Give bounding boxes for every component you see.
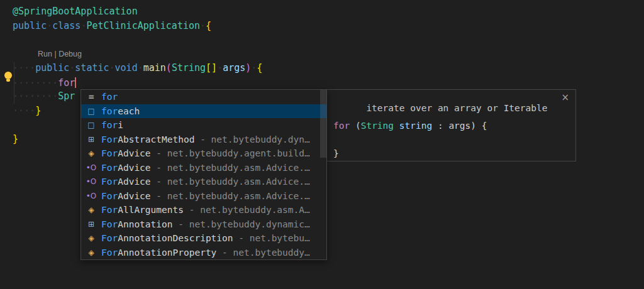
docs-summary: iterate over an array or Iterable [366, 103, 547, 113]
suggest-item[interactable]: ◈ForAnnotationDescription - net.bytebu… [81, 231, 326, 246]
code-token: ) { [470, 121, 487, 131]
code-token: string [399, 121, 432, 131]
suggest-item[interactable]: ⊞ForAnnotation - net.bytebuddy.dynamic… [81, 217, 326, 232]
suggest-detail: - net.bytebuddy… [216, 248, 309, 258]
codelens-debug-link[interactable]: Debug [58, 50, 82, 58]
code-token: · [217, 62, 223, 74]
suggest-item[interactable]: □fori [81, 118, 326, 133]
reference-icon: •O [85, 163, 97, 172]
suggest-label: AllArguments [118, 205, 184, 215]
suggest-label-match: for [101, 92, 118, 102]
code-token: { [257, 62, 262, 74]
snippet-icon: □ [85, 107, 97, 116]
annotation-icon: ◈ [85, 149, 97, 158]
code-token: : [432, 121, 448, 131]
suggest-detail: - net.bytebuddy.asm.Advice.… [151, 177, 310, 187]
suggest-label-match: For [101, 233, 118, 243]
code-token: for [333, 121, 350, 131]
suggest-label-match: For [101, 191, 118, 201]
suggest-label: each [118, 106, 140, 116]
annotation-icon: ◈ [85, 248, 97, 257]
suggest-label-match: For [101, 148, 118, 158]
suggest-detail: - net.bytebuddy.dynamic… [173, 219, 310, 229]
close-icon[interactable]: × [561, 92, 569, 103]
code-token: String [361, 121, 394, 131]
codelens: Run | Debug [13, 47, 262, 62]
keyword-icon: ≡ [85, 92, 97, 101]
code-token: } [13, 133, 18, 144]
suggest-item[interactable]: ◈ForAnnotationProperty - net.bytebuddy… [81, 246, 326, 260]
suggest-item[interactable]: ◈ForAdvice - net.bytebuddy.agent.build… [81, 146, 326, 161]
suggest-label-match: For [101, 205, 118, 215]
suggest-label: Advice [118, 191, 150, 201]
code-token: [] [206, 62, 217, 74]
suggest-label: Annotation [118, 219, 172, 229]
suggest-label: Advice [118, 163, 150, 173]
docs-code-line: for (String string : args) { [327, 121, 575, 134]
code-token: ( [166, 62, 172, 74]
suggest-item[interactable]: ≡for [81, 90, 326, 104]
class-icon: ⊞ [85, 135, 97, 144]
suggest-item[interactable]: □foreach [81, 104, 326, 119]
suggest-list: ≡for□foreach□fori⊞ForAbstractMethod - ne… [81, 90, 326, 259]
code-token: args [223, 62, 245, 74]
annotation-icon: ◈ [85, 205, 97, 214]
code-token: PetClinicApplication [86, 20, 200, 31]
lightbulb-icon[interactable] [4, 72, 12, 79]
code-token: · [251, 62, 257, 74]
code-token: ) [245, 62, 251, 74]
code-token [394, 121, 399, 131]
code-token: ········ [13, 77, 58, 89]
suggest-item[interactable]: ◈ForAllArguments - net.bytebuddy.asm.A… [81, 203, 326, 217]
suggest-label: Advice [118, 177, 150, 187]
code-token: for [58, 77, 75, 89]
code-line: public·class·PetClinicApplication·{ [13, 19, 262, 33]
suggest-scrollbar[interactable] [320, 90, 326, 158]
code-editor[interactable]: @SpringBootApplicationpublic·class·PetCl… [0, 0, 644, 289]
suggest-label: AbstractMethod [118, 134, 194, 144]
suggest-detail: - net.bytebu… [233, 233, 310, 243]
code-token: public [13, 20, 47, 31]
code-token: ( [350, 121, 360, 131]
annotation-icon: ◈ [85, 234, 97, 243]
code-token: void [115, 62, 138, 74]
suggest-detail: - net.bytebuddy.dyn… [194, 134, 309, 144]
suggest-item[interactable]: ⊞ForAbstractMethod - net.bytebuddy.dyn… [81, 133, 326, 147]
code-line: ········for [13, 75, 262, 90]
suggest-label-match: for [101, 106, 118, 116]
lightbulb-base [6, 79, 10, 82]
code-token: } [333, 148, 339, 158]
suggest-item[interactable]: •OForAdvice - net.bytebuddy.asm.Advice.… [81, 161, 326, 175]
code-line: ····public·static·void·main(String[]·arg… [13, 61, 262, 75]
suggest-docs-panel: iterate over an array or Iterable × for … [326, 89, 576, 161]
code-line: @SpringBootApplication [13, 4, 262, 19]
suggest-item[interactable]: •OForAdvice - net.bytebuddy.asm.Advice.… [81, 189, 326, 204]
docs-code: for (String string : args) {} [327, 107, 575, 162]
suggest-detail: - net.bytebuddy.asm.Advice.… [151, 163, 310, 173]
code-token: · [138, 62, 143, 74]
suggest-label: AnnotationDescription [118, 233, 233, 243]
suggest-detail: - net.bytebuddy.asm.Advice.… [151, 191, 310, 201]
suggest-label-match: For [101, 177, 118, 187]
suggest-item[interactable]: •OForAdvice - net.bytebuddy.asm.Advice.… [81, 175, 326, 189]
code-token: main [143, 62, 166, 74]
code-token: static [75, 62, 109, 74]
code-token: } [35, 105, 41, 116]
code-token: class [52, 20, 80, 31]
code-token: ···· [13, 62, 35, 74]
code-token: @SpringBootApplication [13, 6, 138, 17]
codelens-run-link[interactable]: Run [38, 50, 52, 58]
suggest-label: AnnotationProperty [118, 248, 216, 258]
code-token: · [109, 62, 115, 74]
code-token: public [35, 62, 69, 74]
code-token: { [206, 20, 211, 31]
docs-code-line: } [327, 148, 575, 162]
code-line [13, 33, 262, 47]
suggest-label: i [118, 120, 123, 130]
code-token: Spr [58, 90, 75, 102]
suggest-label-match: For [101, 219, 118, 229]
snippet-icon: □ [85, 121, 97, 129]
codelens-separator: | [52, 50, 58, 58]
suggest-detail: - net.bytebuddy.agent.build… [151, 148, 310, 158]
docs-header: iterate over an array or Iterable [327, 93, 575, 107]
